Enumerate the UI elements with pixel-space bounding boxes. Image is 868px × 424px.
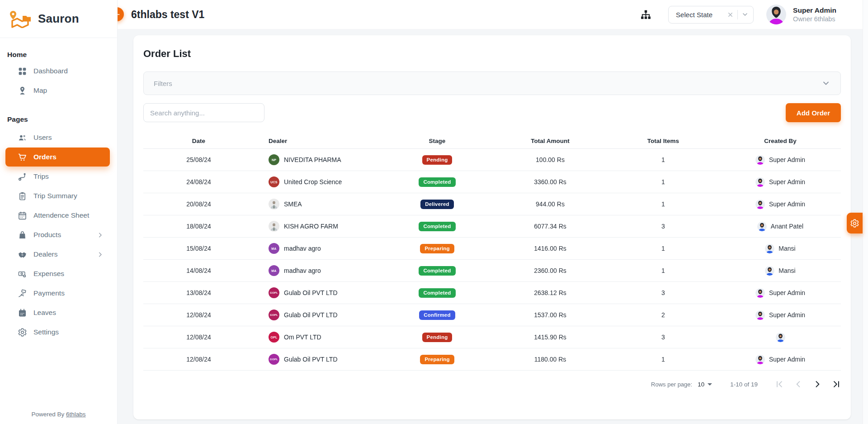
last-page-button[interactable] bbox=[832, 380, 841, 389]
sidebar-item-settings[interactable]: Settings bbox=[5, 323, 110, 342]
gear-icon bbox=[850, 219, 859, 228]
sidebar: Sauron HomeDashboardMapPagesUsersOrdersT… bbox=[0, 0, 118, 424]
clear-icon[interactable] bbox=[727, 11, 734, 18]
column-header-total-items: Total Items bbox=[607, 138, 720, 144]
user-avatar bbox=[766, 5, 786, 24]
sidebar-item-trip-summary[interactable]: Trip Summary bbox=[5, 186, 110, 205]
chevron-down-icon[interactable] bbox=[741, 11, 749, 18]
dashboard-icon bbox=[17, 66, 27, 76]
dealer-cell: UCSUnited Crop Science bbox=[254, 176, 381, 187]
order-date: 14/08/24 bbox=[143, 267, 254, 274]
column-header-total-amount: Total Amount bbox=[494, 138, 607, 144]
created-by-cell: Super Admin bbox=[720, 200, 841, 209]
settings-fab[interactable] bbox=[847, 213, 863, 233]
stage-badge: Pending bbox=[422, 333, 453, 342]
sidebar-item-label: Products bbox=[33, 231, 61, 239]
dealer-cell: SMEA bbox=[254, 199, 381, 210]
hierarchy-button[interactable] bbox=[640, 9, 652, 20]
next-page-button[interactable] bbox=[813, 380, 822, 389]
prev-page-button[interactable] bbox=[794, 380, 803, 389]
table-row[interactable]: 25/08/24NPNIVEDITA PHARMAPending100.00 R… bbox=[143, 149, 841, 171]
dealer-name: madhav agro bbox=[284, 245, 321, 252]
state-select-value: Select State bbox=[676, 11, 727, 19]
table-row[interactable]: 12/08/24GOPLGulab Oil PVT LTDConfirmed15… bbox=[143, 304, 841, 326]
sidebar-item-label: Dashboard bbox=[33, 67, 68, 75]
sidebar-item-products[interactable]: Products bbox=[5, 225, 110, 244]
table-row[interactable]: 14/08/24MAmadhav agroCompleted2360.00 Rs… bbox=[143, 260, 841, 282]
orders-table: DateDealerStageTotal AmountTotal ItemsCr… bbox=[143, 133, 841, 371]
order-date: 15/08/24 bbox=[143, 245, 254, 252]
total-amount: 1415.90 Rs bbox=[494, 333, 607, 341]
table-row[interactable]: 15/08/24MAmadhav agroPreparing1416.00 Rs… bbox=[143, 238, 841, 260]
route-icon bbox=[17, 172, 27, 181]
sidebar-item-expenses[interactable]: Expenses bbox=[5, 264, 110, 283]
table-body: 25/08/24NPNIVEDITA PHARMAPending100.00 R… bbox=[143, 149, 841, 371]
order-date: 12/08/24 bbox=[143, 333, 254, 341]
search-input[interactable] bbox=[143, 103, 264, 122]
filters-label: Filters bbox=[154, 80, 172, 87]
chevron-right-icon bbox=[97, 251, 104, 258]
caret-down-icon bbox=[708, 383, 712, 386]
state-select[interactable]: Select State bbox=[668, 6, 754, 24]
sidebar-item-dealers[interactable]: Dealers bbox=[5, 245, 110, 264]
created-by-cell: Super Admin bbox=[720, 310, 841, 320]
sidebar-item-trips[interactable]: Trips bbox=[5, 167, 110, 186]
dealer-name: madhav agro bbox=[284, 267, 321, 274]
user-menu[interactable]: Super Admin Owner 6thlabs bbox=[766, 5, 836, 24]
payment-icon bbox=[17, 288, 27, 298]
total-items: 2 bbox=[607, 311, 720, 319]
sidebar-item-users[interactable]: Users bbox=[5, 128, 110, 147]
pagination: Rows per page: 10 1-10 of 19 bbox=[143, 374, 841, 394]
total-amount: 2360.00 Rs bbox=[494, 267, 607, 274]
total-items: 3 bbox=[607, 289, 720, 296]
dealer-initials: MA bbox=[271, 247, 276, 250]
sidebar-section-label-pages: Pages bbox=[7, 115, 117, 124]
total-amount: 6077.34 Rs bbox=[494, 223, 607, 230]
table-row[interactable]: 20/08/24SMEADelivered944.00 Rs1Super Adm… bbox=[143, 193, 841, 215]
sidebar-item-payments[interactable]: Payments bbox=[5, 284, 110, 303]
creator-name: Super Admin bbox=[769, 156, 805, 163]
total-amount: 944.00 Rs bbox=[494, 200, 607, 208]
dealer-name: Gulab Oil PVT LTD bbox=[284, 311, 338, 319]
table-row[interactable]: 13/08/24GOPLGulab Oil PVT LTDCompleted26… bbox=[143, 282, 841, 304]
filters-accordion[interactable]: Filters bbox=[143, 71, 841, 95]
creator-avatar bbox=[755, 310, 765, 320]
sidebar-item-attendence-sheet[interactable]: Attendence Sheet bbox=[5, 206, 110, 225]
sidebar-item-leaves[interactable]: Leaves bbox=[5, 303, 110, 322]
order-date: 18/08/24 bbox=[143, 223, 254, 230]
column-header-date: Date bbox=[143, 138, 254, 144]
dealer-avatar: MA bbox=[269, 243, 279, 254]
dealer-avatar bbox=[269, 221, 279, 232]
created-by-cell: Super Admin bbox=[720, 177, 841, 187]
add-order-button[interactable]: Add Order bbox=[786, 103, 841, 122]
chevron-down-icon[interactable] bbox=[821, 79, 830, 88]
stage-badge: Completed bbox=[419, 222, 455, 231]
sidebar-item-dashboard[interactable]: Dashboard bbox=[5, 62, 110, 81]
total-items: 1 bbox=[607, 200, 720, 208]
brand-logo[interactable]: Sauron bbox=[0, 0, 117, 38]
sidebar-item-orders[interactable]: Orders bbox=[5, 148, 110, 167]
table-row[interactable]: 18/08/24KISH AGRO FARMCompleted6077.34 R… bbox=[143, 215, 841, 238]
table-row[interactable]: 12/08/24GOPLGulab Oil PVT LTDPreparing11… bbox=[143, 348, 841, 371]
dealer-avatar: NP bbox=[269, 154, 279, 165]
sidebar-item-map[interactable]: Map bbox=[5, 81, 110, 100]
dealer-avatar: MA bbox=[269, 265, 279, 276]
dealer-name: Gulab Oil PVT LTD bbox=[284, 356, 338, 363]
stage-cell: Completed bbox=[381, 222, 494, 231]
dealer-cell: KISH AGRO FARM bbox=[254, 221, 381, 232]
total-amount: 1537.00 Rs bbox=[494, 311, 607, 319]
scrollbar-track[interactable] bbox=[863, 0, 868, 424]
table-header-row: DateDealerStageTotal AmountTotal ItemsCr… bbox=[143, 133, 841, 149]
creator-avatar bbox=[765, 244, 774, 253]
table-row[interactable]: 24/08/24UCSUnited Crop ScienceCompleted3… bbox=[143, 171, 841, 193]
sidebar-footer: Powered By 6thlabs bbox=[0, 411, 117, 418]
clipboard-icon bbox=[17, 191, 27, 201]
total-items: 3 bbox=[607, 333, 720, 341]
stage-cell: Preparing bbox=[381, 244, 494, 253]
table-row[interactable]: 12/08/24OPLOm PVT LTDPending1415.90 Rs3 bbox=[143, 326, 841, 348]
first-page-button[interactable] bbox=[775, 380, 784, 389]
sidebar-item-label: Expenses bbox=[33, 270, 64, 278]
rows-per-page-select[interactable]: 10 bbox=[698, 381, 712, 388]
dealer-avatar: OPL bbox=[269, 332, 279, 343]
brand-footer-link[interactable]: 6thlabs bbox=[66, 411, 86, 418]
